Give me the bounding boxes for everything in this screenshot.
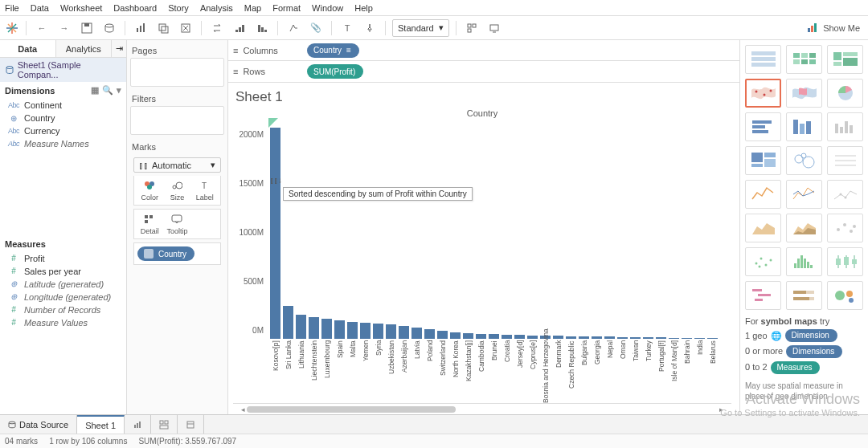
field-number-of-records[interactable]: #Number of Records: [0, 303, 126, 316]
bar-yemen[interactable]: [360, 323, 371, 339]
bar-syria[interactable]: [373, 324, 383, 339]
label-button[interactable]: T: [338, 19, 356, 37]
chart-thumb-15[interactable]: [745, 214, 781, 242]
group-button[interactable]: 📎: [307, 19, 325, 37]
rows-shelf[interactable]: ≡Rows SUM(Profit): [228, 61, 739, 82]
chart-thumb-0[interactable]: [745, 45, 781, 74]
chart-thumb-8[interactable]: [827, 112, 863, 141]
new-story-button[interactable]: [178, 415, 204, 434]
tab-analytics[interactable]: Analytics: [56, 40, 113, 57]
chart-thumb-7[interactable]: [786, 112, 822, 141]
filters-shelf[interactable]: Filters: [130, 92, 224, 135]
chart-thumb-22[interactable]: [786, 281, 822, 310]
marks-color[interactable]: Color: [137, 179, 162, 202]
tab-sheet-1[interactable]: Sheet 1: [77, 415, 125, 434]
chart-thumb-9[interactable]: [745, 146, 781, 175]
chart-canvas[interactable]: 0M500M1000M1500M2000M Sorted descending …: [233, 118, 731, 339]
bar-bulgaria[interactable]: [579, 336, 589, 339]
scroll-left-icon[interactable]: ◂: [241, 405, 245, 413]
rows-pill-sumprofit[interactable]: SUM(Profit): [307, 64, 363, 79]
chart-thumb-18[interactable]: [745, 247, 781, 276]
chart-thumb-13[interactable]: [786, 180, 822, 209]
menu-window[interactable]: Window: [312, 3, 343, 13]
menu-data[interactable]: Data: [31, 3, 49, 13]
bar-czech-republic[interactable]: [566, 336, 576, 340]
search-icon[interactable]: 🔍: [102, 85, 113, 96]
menu-worksheet[interactable]: Worksheet: [60, 3, 102, 13]
field-currency[interactable]: AbcCurrency: [0, 124, 126, 137]
menu-file[interactable]: File: [5, 3, 19, 13]
sort-indicator-icon[interactable]: ⫿⫿↓: [270, 176, 282, 185]
bar-poland[interactable]: [424, 329, 435, 339]
bar-croatia[interactable]: [502, 335, 512, 339]
bar-bahrain[interactable]: [682, 338, 692, 339]
menu-map[interactable]: Map: [244, 3, 261, 13]
tab-data-source[interactable]: Data Source: [0, 415, 77, 434]
bar-india[interactable]: [694, 338, 705, 339]
pages-shelf[interactable]: Pages: [130, 43, 224, 87]
chart-thumb-10[interactable]: [786, 146, 822, 175]
chart-thumb-17[interactable]: [827, 214, 863, 242]
field-latitude-generated-[interactable]: ⊕Latitude (generated): [0, 278, 126, 291]
chart-thumb-6[interactable]: [745, 112, 781, 141]
bar-cambodia[interactable]: [476, 334, 486, 339]
sheet-title[interactable]: Sheet 1: [233, 89, 731, 108]
presentation-button[interactable]: [485, 19, 503, 37]
marks-detail[interactable]: Detail: [137, 213, 162, 235]
field-longitude-generated-[interactable]: ⊕Longitude (generated): [0, 291, 126, 303]
field-country[interactable]: ⊕Country: [0, 112, 126, 124]
menu-analysis[interactable]: Analysis: [200, 3, 233, 13]
bar-oman[interactable]: [617, 337, 628, 339]
bar-azerbaijan[interactable]: [399, 326, 409, 339]
field-continent[interactable]: AbcContinent: [0, 99, 126, 112]
show-cards-button[interactable]: [463, 19, 481, 37]
sort-asc-button[interactable]: [231, 19, 248, 37]
new-worksheet-button[interactable]: [132, 19, 149, 37]
bar-switzerland[interactable]: [437, 331, 448, 339]
marks-size[interactable]: Size: [165, 179, 189, 202]
mark-type-dropdown[interactable]: ⫿⫿Automatic ▾: [133, 157, 221, 173]
marks-pill-country[interactable]: Country: [137, 246, 194, 261]
bar-kazakhstan-j-[interactable]: [463, 333, 473, 339]
columns-pill-country[interactable]: Country ≡: [307, 43, 359, 58]
bar-malta[interactable]: [347, 322, 358, 339]
bar-isle-of-man-d-[interactable]: [669, 338, 679, 339]
show-me-button[interactable]: Show Me: [804, 19, 863, 37]
chart-thumb-14[interactable]: [827, 180, 863, 209]
marks-label[interactable]: TLabel: [193, 179, 217, 202]
chart-thumb-19[interactable]: [786, 247, 822, 276]
bar-portugal-f-[interactable]: [656, 337, 666, 339]
bar-spain[interactable]: [334, 320, 345, 339]
chart-thumb-21[interactable]: [745, 281, 781, 310]
horizontal-scrollbar[interactable]: ◂ ▸: [233, 403, 731, 414]
bar-uzbekistan[interactable]: [386, 324, 396, 339]
chart-thumb-23[interactable]: [827, 281, 863, 310]
bar-cyprus-e-[interactable]: [527, 336, 538, 339]
bar-latvia[interactable]: [411, 328, 422, 339]
sort-desc-button[interactable]: [253, 19, 271, 37]
new-dashboard-button[interactable]: [151, 415, 178, 434]
clear-sheet-button[interactable]: [177, 19, 194, 37]
chart-thumb-2[interactable]: [827, 45, 863, 74]
highlight-button[interactable]: [285, 19, 302, 37]
chart-thumb-4[interactable]: [786, 79, 822, 108]
bar-luxembourg[interactable]: [321, 319, 332, 339]
bar-nepal[interactable]: [604, 336, 615, 339]
chart-thumb-16[interactable]: [786, 214, 822, 242]
columns-shelf[interactable]: ≡Columns Country ≡: [228, 40, 739, 61]
bar-liechtenstein[interactable]: [309, 317, 319, 339]
bar-lithuania[interactable]: [296, 315, 306, 339]
pin-button[interactable]: [361, 19, 379, 37]
duplicate-button[interactable]: [154, 19, 172, 37]
chart-thumb-11[interactable]: [827, 146, 863, 175]
menu-help[interactable]: Help: [354, 3, 373, 13]
field-measure-names[interactable]: AbcMeasure Names: [0, 137, 126, 150]
menu-format[interactable]: Format: [272, 3, 301, 13]
swap-button[interactable]: [208, 19, 226, 37]
chart-thumb-1[interactable]: [786, 45, 822, 74]
bar-denmark[interactable]: [553, 336, 563, 339]
menu-story[interactable]: Story: [168, 3, 189, 13]
bar-brunei[interactable]: [489, 334, 499, 339]
view-icon[interactable]: ▦: [91, 85, 99, 96]
chart-thumb-5[interactable]: [827, 79, 863, 108]
